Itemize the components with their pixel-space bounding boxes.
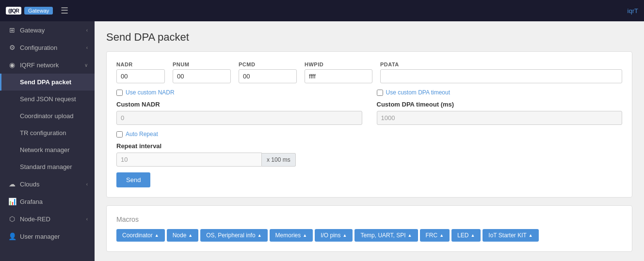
macro-memories-caret: ▲ [303,233,307,238]
sidebar-label-gateway: Gateway [20,27,45,34]
node-red-icon: ⬡ [8,215,16,223]
custom-dpa-label: Custom DPA timeout (ms) [377,101,623,108]
macro-frc-label: FRC [426,232,438,239]
macro-btn-node[interactable]: Node ▲ [167,229,199,242]
sidebar-item-node-red[interactable]: ⬡ Node-RED ‹ [0,210,95,228]
sidebar-item-send-dpa[interactable]: Send DPA packet [0,74,95,91]
sidebar-item-clouds[interactable]: ☁ Clouds ‹ [0,175,95,193]
custom-dpa-checkbox[interactable] [377,90,383,96]
sidebar-item-user-manager[interactable]: 👤 User manager [0,228,95,245]
pdata-input[interactable] [380,69,622,83]
main-content: Send DPA packet NADR PNUM PCMD HWPID [95,21,644,261]
macro-btn-memories[interactable]: Memories ▲ [270,229,313,242]
clouds-icon: ☁ [8,180,16,188]
nadr-input[interactable] [116,69,165,83]
gateway-icon: ⊞ [8,26,16,34]
gateway-tag: Gateway [24,7,53,15]
macro-btn-temp-uart-spi[interactable]: Temp, UART, SPI ▲ [354,229,418,242]
form-inputs-row: NADR PNUM PCMD HWPID PDATA [116,61,622,83]
iqrf-icon: ◉ [8,61,16,69]
col-left: Use custom NADR Custom NADR Auto Repeat … [116,89,362,187]
sidebar-label-user-manager: User manager [20,233,60,240]
col-right: Use custom DPA timeout Custom DPA timeou… [377,89,623,187]
page-title: Send DPA packet [106,31,632,44]
macros-card: Macros Coordinator ▲ Node ▲ OS, Peripher… [106,205,632,252]
sidebar-item-gateway[interactable]: ⊞ Gateway ‹ [0,21,95,39]
hwpid-label: HWPID [305,61,372,67]
macro-io-label: I/O pins [321,232,340,239]
macro-iot-caret: ▲ [529,233,533,238]
macro-led-caret: ▲ [470,233,475,238]
pcmd-input[interactable] [239,69,297,83]
sidebar-label-coordinator-upload: Coordinator upload [20,112,74,120]
sidebar-item-coordinator-upload[interactable]: Coordinator upload [0,107,95,124]
macro-coordinator-label: Coordinator [122,232,153,239]
macro-io-caret: ▲ [343,233,347,238]
repeat-interval-input[interactable] [116,153,262,167]
custom-nadr-checkbox[interactable] [116,90,123,96]
macro-os-label: OS, Peripheral info [206,232,255,239]
macro-memories-label: Memories [275,232,301,239]
interval-suffix: x 100 ms [262,153,296,167]
chevron-icon-clouds: ‹ [86,182,88,187]
auto-repeat-label[interactable]: Auto Repeat [126,131,158,138]
sidebar-label-standard-manager: Standard manager [20,163,72,170]
macro-iot-label: IoT Starter KIT [488,232,526,239]
user-icon: 👤 [8,232,16,240]
interval-row: x 100 ms [116,153,362,167]
pdata-group: PDATA [380,61,622,83]
macro-node-label: Node [173,232,187,239]
navbar: ((IQR Gateway ☰ iqrT [0,0,644,21]
custom-dpa-checkbox-row: Use custom DPA timeout [377,89,623,96]
brand: ((IQR Gateway [6,7,53,15]
macro-btn-os-peripheral[interactable]: OS, Peripheral info ▲ [200,229,267,242]
send-dpa-card: NADR PNUM PCMD HWPID PDATA [106,51,632,198]
macro-node-caret: ▲ [188,233,193,238]
custom-nadr-checkbox-row: Use custom NADR [116,89,362,96]
macros-title: Macros [116,215,622,223]
pnum-input[interactable] [173,69,231,83]
sidebar-item-grafana[interactable]: 📊 Grafana [0,193,95,210]
custom-dpa-input[interactable] [377,111,623,125]
sidebar-item-tr-configuration[interactable]: TR configuration [0,124,95,141]
user-menu[interactable]: iqrT [628,7,638,15]
sidebar-label-clouds: Clouds [20,181,39,188]
chevron-icon: ‹ [86,28,88,33]
chevron-icon-config: ‹ [86,45,88,50]
nadr-label: NADR [116,61,165,67]
custom-nadr-field-label: Custom NADR [116,101,362,108]
auto-repeat-checkbox[interactable] [116,131,123,138]
macro-btn-led[interactable]: LED ▲ [451,229,481,242]
macro-btn-coordinator[interactable]: Coordinator ▲ [116,229,165,242]
custom-dpa-checkbox-label[interactable]: Use custom DPA timeout [386,89,451,96]
custom-nadr-checkbox-label[interactable]: Use custom NADR [126,89,175,96]
sidebar-item-standard-manager[interactable]: Standard manager [0,158,95,175]
sidebar-item-send-json[interactable]: Send JSON request [0,91,95,107]
sidebar-label-send-json: Send JSON request [20,95,76,103]
pdata-label: PDATA [380,61,622,67]
macro-temp-caret: ▲ [408,233,412,238]
macro-os-caret: ▲ [258,233,262,238]
chevron-icon-node-red: ‹ [86,216,88,222]
sidebar-label-tr-config: TR configuration [20,129,66,137]
hamburger-icon[interactable]: ☰ [61,5,68,16]
sidebar-item-iqrf-network[interactable]: ◉ IQRF network ∨ [0,56,95,74]
grafana-icon: 📊 [8,198,16,205]
macro-led-label: LED [457,232,468,239]
macro-btn-frc[interactable]: FRC ▲ [420,229,450,242]
hwpid-input[interactable] [305,69,372,83]
macro-temp-label: Temp, UART, SPI [360,232,405,239]
sidebar-item-configuration[interactable]: ⚙ Configuration ‹ [0,39,95,56]
macro-btn-io-pins[interactable]: I/O pins ▲ [315,229,353,242]
pnum-label: PNUM [173,61,231,67]
send-button[interactable]: Send [116,172,150,187]
sidebar-label-grafana: Grafana [20,198,43,205]
sidebar-label-send-dpa: Send DPA packet [20,78,71,86]
custom-nadr-input[interactable] [116,111,362,125]
macro-frc-caret: ▲ [439,233,444,238]
nadr-group: NADR [116,61,165,83]
chevron-icon-iqrf: ∨ [84,62,88,68]
hwpid-group: HWPID [305,61,372,83]
sidebar-item-network-manager[interactable]: Network manager [0,141,95,158]
macro-btn-iot-starter-kit[interactable]: IoT Starter KIT ▲ [483,229,538,242]
